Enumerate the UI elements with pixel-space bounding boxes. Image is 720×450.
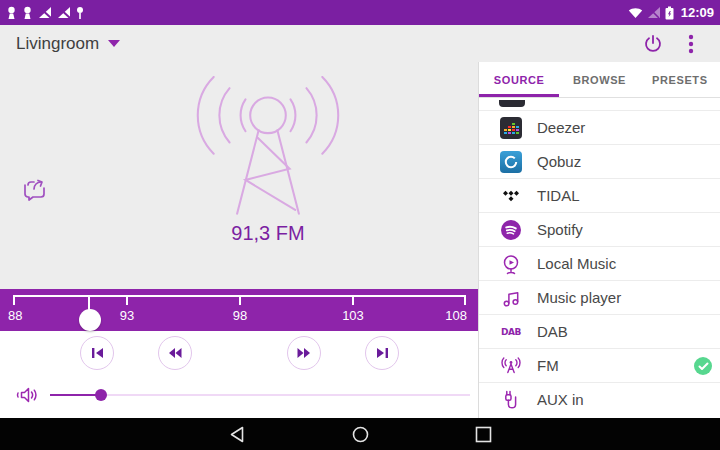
recents-button[interactable] [422, 426, 545, 443]
now-playing-area: 91,3 FM [0, 62, 478, 289]
radio-app-screen: 12:09 Livingroom [0, 0, 720, 450]
selected-check-icon [694, 357, 712, 375]
active-tab-indicator [479, 94, 559, 97]
frequency-tick [352, 295, 354, 305]
fast-forward-icon [297, 347, 311, 359]
skip-previous-button[interactable] [80, 336, 114, 370]
chevron-down-icon [108, 40, 120, 47]
rewind-icon [168, 347, 182, 359]
volume-knob[interactable] [95, 389, 107, 401]
room-selector[interactable]: Livingroom [16, 34, 120, 54]
source-list-item-deezer[interactable]: Deezer [479, 110, 720, 144]
volume-slider-fill [50, 394, 101, 396]
wifi-off-notification-icon [38, 6, 52, 19]
frequency-tick [464, 295, 466, 305]
status-bar: 12:09 [0, 0, 720, 25]
source-list-item-qobuz[interactable]: Qobuz [479, 144, 720, 178]
wifi-icon [628, 6, 643, 19]
freq-tick-label: 103 [336, 308, 370, 323]
recents-icon [475, 426, 492, 443]
dab-icon: DAB [499, 320, 523, 344]
qobuz-icon [499, 150, 523, 174]
deezer-icon [499, 116, 523, 140]
music-player-icon [499, 286, 523, 310]
overflow-menu-button[interactable] [688, 33, 694, 55]
android-nav-bar [0, 418, 720, 450]
source-list: Deezer Qobuz TIDAL [479, 98, 720, 416]
frequency-knob[interactable] [79, 309, 101, 331]
local-music-icon [499, 252, 523, 276]
source-label: Music player [537, 289, 621, 306]
frequency-tick [13, 295, 15, 305]
tab-browse[interactable]: BROWSE [559, 62, 639, 97]
source-label: DAB [537, 323, 568, 340]
app-notification-icon [22, 6, 33, 20]
fm-antenna-graphic [183, 76, 353, 224]
tab-presets[interactable]: PRESETS [640, 62, 720, 97]
volume-slider[interactable] [50, 394, 470, 396]
wifi-off-notification-icon [57, 6, 71, 19]
app-notification-icon [6, 6, 17, 20]
frequency-tick [126, 295, 128, 305]
tab-source[interactable]: SOURCE [479, 62, 559, 97]
partial-source-icon [499, 100, 525, 107]
source-list-item-local-music[interactable]: Local Music [479, 246, 720, 280]
dab-icon-text: DAB [501, 327, 521, 337]
fm-icon [499, 354, 523, 378]
pin-notification-icon [76, 6, 84, 20]
source-list-item-aux-in[interactable]: AUX in [479, 382, 720, 416]
skip-previous-icon [91, 347, 104, 359]
freq-tick-label: 88 [8, 308, 22, 323]
status-bar-notifications [6, 6, 84, 20]
volume-icon[interactable] [12, 383, 38, 407]
freq-tick-label: 98 [226, 308, 254, 323]
freq-tick-label: 108 [445, 308, 467, 323]
cell-signal-off-icon [647, 6, 661, 19]
source-list-item-tidal[interactable]: TIDAL [479, 178, 720, 212]
skip-next-button[interactable] [365, 336, 399, 370]
battery-icon [665, 6, 674, 20]
clock: 12:09 [681, 5, 714, 20]
source-label: Spotify [537, 221, 583, 238]
source-list-item-music-player[interactable]: Music player [479, 280, 720, 314]
rewind-button[interactable] [158, 336, 192, 370]
station-frequency-label: 91,3 FM [158, 222, 378, 245]
home-button[interactable] [299, 426, 422, 443]
status-bar-system: 12:09 [628, 5, 714, 20]
source-list-item-fm[interactable]: FM [479, 348, 720, 382]
power-button[interactable] [642, 33, 664, 55]
source-list-item-partial[interactable] [479, 98, 720, 110]
source-label: Local Music [537, 255, 616, 272]
home-icon [352, 426, 369, 443]
fast-forward-button[interactable] [287, 336, 321, 370]
tidal-icon [499, 184, 523, 208]
back-icon [229, 426, 246, 443]
frequency-tick [239, 295, 241, 305]
freq-tick-label: 93 [113, 308, 141, 323]
tab-bar: SOURCE BROWSE PRESETS [479, 62, 720, 98]
share-room-icon[interactable] [20, 172, 52, 204]
source-label: AUX in [537, 391, 584, 408]
frequency-slider[interactable]: 88 93 98 103 108 [0, 289, 478, 331]
spotify-icon [499, 218, 523, 242]
room-name: Livingroom [16, 34, 99, 54]
source-list-item-dab[interactable]: DAB DAB [479, 314, 720, 348]
source-label: TIDAL [537, 187, 580, 204]
source-list-item-spotify[interactable]: Spotify [479, 212, 720, 246]
app-bar: Livingroom [0, 25, 720, 62]
aux-icon [499, 388, 523, 412]
back-button[interactable] [176, 426, 299, 443]
player-panel: 91,3 FM 88 93 98 103 108 [0, 62, 478, 418]
source-label: Deezer [537, 119, 585, 136]
source-panel: SOURCE BROWSE PRESETS Deezer [478, 62, 720, 418]
skip-next-icon [376, 347, 389, 359]
source-label: FM [537, 357, 559, 374]
source-label: Qobuz [537, 153, 581, 170]
